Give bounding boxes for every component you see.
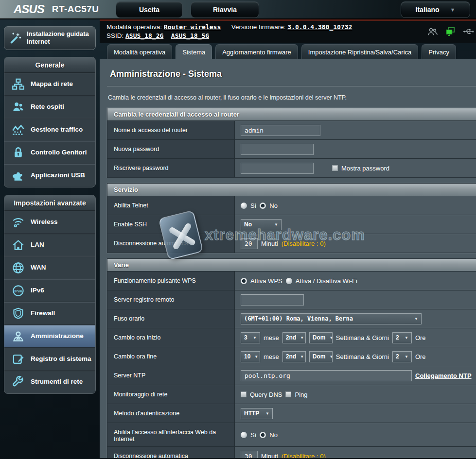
field-label: Nome di accesso del router — [107, 121, 235, 139]
language-label: Italiano — [416, 6, 440, 14]
ntp-server-input[interactable] — [241, 370, 412, 381]
sidebar-item-wireless[interactable]: Wireless — [4, 211, 95, 234]
dst-end-week-select[interactable]: 2nd▼ — [282, 351, 306, 362]
row-auth-method: Metodo d'autenticazione HTTP ▼ — [107, 404, 476, 423]
chevron-down-icon: ▼ — [405, 355, 408, 359]
telnet-yes-radio[interactable] — [241, 203, 247, 209]
timezone-select-value: (GMT+01:00) Roma, Vienna, Berna — [244, 315, 353, 322]
firmware-link[interactable]: 3.0.0.4.380_10732 — [287, 23, 352, 31]
chevron-down-icon: ▼ — [329, 336, 333, 340]
dst-end-month-select[interactable]: 10▼ — [241, 351, 260, 362]
usb-icon[interactable] — [462, 28, 474, 35]
field-label: Enable SSH — [107, 215, 235, 234]
telnet-no-label[interactable]: No — [269, 202, 278, 209]
retype-password-input[interactable] — [241, 163, 314, 174]
ssh-select[interactable]: No ▼ — [241, 219, 282, 230]
administration-icon — [11, 330, 25, 343]
remote-log-input[interactable] — [241, 294, 304, 306]
dst-start-month-select[interactable]: 3▼ — [241, 332, 260, 343]
ssid-2g-link[interactable]: ASUS_18_2G — [125, 32, 163, 39]
chevron-down-icon: ▼ — [414, 317, 418, 321]
month-label: mese — [264, 353, 279, 360]
language-select[interactable]: Italiano ▼ — [401, 1, 470, 18]
sidebar-item-label: Installazione guidata Internet — [27, 30, 91, 46]
sidebar-item-label: Applicazioni USB — [31, 171, 85, 179]
web-access-no-radio[interactable] — [260, 432, 266, 438]
title-divider — [107, 86, 476, 86]
dns-query-label[interactable]: Query DNS — [250, 391, 282, 398]
reboot-button[interactable]: Riavvia — [191, 1, 259, 18]
svg-text:IPv6: IPv6 — [14, 289, 22, 293]
tab-system[interactable]: Sistema — [176, 44, 212, 59]
router-model: RT-AC57U — [52, 4, 99, 15]
dns-query-checkbox[interactable] — [241, 391, 247, 397]
ssid-5g-link[interactable]: ASUS_18_5G — [171, 32, 209, 39]
web-access-yes-radio[interactable] — [241, 432, 247, 438]
tab-firmware-upgrade[interactable]: Aggiornamento firmware — [215, 44, 298, 59]
dst-start-hour-select[interactable]: 2▼ — [392, 332, 412, 343]
tab-operation-mode[interactable]: Modalità operativa — [107, 44, 172, 59]
sidebar-item-traffic-manager[interactable]: Gestione traffico — [4, 119, 95, 141]
sidebar-item-ipv6[interactable]: IPv6 IPv6 — [4, 279, 95, 302]
web-access-yes-label[interactable]: Sì — [250, 431, 256, 439]
new-password-input[interactable] — [241, 144, 314, 155]
router-login-input[interactable] — [241, 125, 320, 136]
sidebar-item-parental-control[interactable]: Controllo Genitori — [4, 141, 95, 164]
auto-logout-input[interactable] — [241, 238, 258, 249]
sidebar-item-label: Firewall — [31, 309, 55, 317]
network-tools-icon — [11, 375, 25, 389]
dst-end-day-select[interactable]: Dom▼ — [309, 351, 333, 362]
sidebar-item-wan[interactable]: WAN — [4, 256, 95, 279]
row-wps-button: Funzionamento pulsante WPS Attiva WPS At… — [107, 271, 476, 290]
value: Dom — [313, 334, 326, 341]
logout-button[interactable]: Uscita — [116, 1, 183, 18]
sidebar-item-network-tools[interactable]: Strumenti di rete — [4, 371, 95, 393]
tab-restore-save-upload[interactable]: Impostazione Ripristina/Salva/Carica — [301, 44, 418, 59]
sidebar-item-administration[interactable]: Amministrazione — [4, 325, 95, 348]
timezone-select[interactable]: (GMT+01:00) Roma, Vienna, Berna ▼ — [241, 313, 422, 324]
status-header: Modalità operativa: Router wireless Vers… — [100, 19, 476, 43]
wps-activate-radio[interactable] — [241, 278, 247, 284]
disable-hint: (Disabilitare : 0) — [282, 453, 326, 459]
web-access-no-label[interactable]: No — [269, 431, 278, 439]
wps-toggle-wifi-label[interactable]: Attiva / Disattiva Wi-Fi — [296, 277, 357, 285]
sidebar-item-system-log[interactable]: Registro di sistema — [4, 348, 95, 371]
asus-logo: ASUS — [14, 2, 44, 16]
telnet-yes-label[interactable]: Sì — [250, 202, 256, 209]
ping-checkbox[interactable] — [285, 391, 291, 397]
field-label: Abilita l'accesso all'interfaccia Web da… — [107, 423, 235, 446]
sidebar-item-usb-applications[interactable]: Applicazioni USB — [4, 164, 95, 187]
sidebar-item-lan[interactable]: LAN — [4, 234, 95, 256]
sidebar-item-guest-network[interactable]: Rete ospiti — [4, 96, 95, 119]
auth-method-select[interactable]: HTTP ▼ — [241, 408, 273, 419]
dst-start-day-select[interactable]: Dom▼ — [309, 332, 333, 343]
sidebar-item-quick-setup[interactable]: Installazione guidata Internet — [4, 26, 96, 50]
lan-devices-icon[interactable] — [445, 27, 456, 36]
dst-end-hour-select[interactable]: 2▼ — [392, 351, 412, 362]
magic-wand-icon — [8, 31, 23, 45]
clients-icon[interactable] — [427, 27, 438, 36]
chevron-down-icon: ▼ — [329, 355, 333, 359]
chevron-down-icon: ▼ — [450, 7, 456, 13]
sidebar-item-label: Wireless — [31, 218, 57, 226]
wps-toggle-wifi-radio[interactable] — [286, 278, 292, 284]
sidebar-item-label: IPv6 — [31, 287, 44, 294]
ping-label[interactable]: Ping — [295, 391, 307, 398]
sidebar-group-advanced: Impostazioni avanzate Wireless LAN WAN — [4, 195, 96, 394]
tab-bar: Modalità operativa Sistema Aggiornamento… — [100, 43, 476, 59]
show-password-label[interactable]: Mostra password — [341, 165, 389, 172]
tab-privacy[interactable]: Privacy — [422, 44, 456, 59]
sidebar-item-firewall[interactable]: Firewall — [4, 302, 95, 325]
show-password-checkbox[interactable] — [332, 165, 338, 171]
row-dst-end: Cambio ora fine 10▼ mese 2nd▼ Dom▼ Setti… — [107, 347, 476, 366]
ntp-link[interactable]: Collegamento NTP — [415, 372, 472, 379]
telnet-no-radio[interactable] — [260, 203, 266, 209]
week-day-label: Settimana & Giorni — [336, 353, 389, 360]
firewall-icon — [11, 307, 25, 320]
dst-start-week-select[interactable]: 2nd▼ — [282, 332, 306, 343]
auto-logout-input-2[interactable] — [241, 451, 258, 459]
sidebar-item-network-map[interactable]: Mappa di rete — [4, 73, 95, 96]
op-mode-link[interactable]: Router wireless — [164, 23, 221, 31]
wps-activate-label[interactable]: Attiva WPS — [250, 277, 282, 285]
chevron-down-icon: ▼ — [300, 336, 304, 340]
